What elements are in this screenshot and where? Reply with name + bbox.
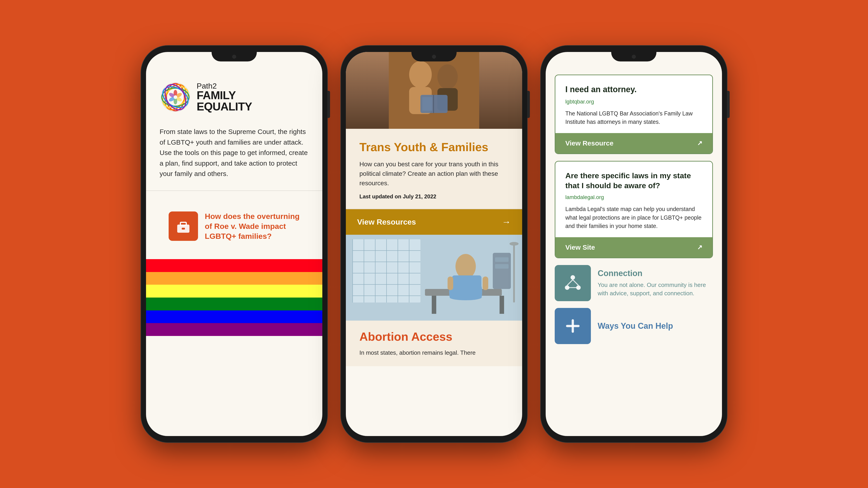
- svg-point-51: [509, 242, 519, 246]
- view-resource-label-1: View Resource: [565, 139, 614, 147]
- connection-title: Connection: [598, 269, 713, 278]
- view-site-button[interactable]: View Site ↗: [555, 237, 712, 258]
- logo-family: FAMILY: [197, 90, 252, 101]
- phones-container: Path2 FAMILY EQUALITY From state laws to…: [0, 0, 868, 488]
- toolbox-icon: [168, 212, 198, 241]
- attorney-card: I need an attorney. lgbtqbar.org The Nat…: [555, 74, 713, 154]
- hero-people-image: [346, 52, 522, 129]
- rainbow-flag-image: [146, 259, 322, 336]
- trans-youth-hero-image: [346, 52, 522, 129]
- logo-equality: EQUALITY: [197, 101, 252, 112]
- abortion-access-image: [346, 235, 522, 321]
- flag-stripe-green: [146, 297, 322, 311]
- svg-rect-16: [180, 222, 186, 225]
- state-laws-title: Are there specific laws in my state that…: [565, 170, 702, 191]
- connection-desc: You are not alone. Our community is here…: [598, 281, 713, 297]
- state-laws-desc: Lambda Legal's state map can help you un…: [565, 205, 702, 230]
- app-logo-icon: [160, 81, 191, 113]
- view-resources-label: View Resources: [357, 218, 416, 226]
- roe-wade-card[interactable]: How does the overturning of Roe v. Wade …: [160, 202, 309, 250]
- svg-point-52: [570, 275, 575, 280]
- phone-notch-right: [611, 52, 656, 61]
- phone-notch-mid: [411, 52, 457, 61]
- ways-icon: [555, 308, 591, 344]
- svg-rect-48: [495, 257, 508, 262]
- svg-rect-17: [182, 228, 185, 230]
- svg-rect-50: [513, 244, 515, 302]
- svg-rect-45: [447, 276, 453, 290]
- phone-mid: Trans Youth & Families How can you best …: [341, 46, 527, 442]
- ways-card[interactable]: Ways You Can Help: [555, 308, 713, 344]
- state-laws-source: lambdalegal.org: [565, 194, 702, 200]
- trans-youth-title: Trans Youth & Families: [360, 140, 508, 154]
- roe-wade-title: How does the overturning of Roe v. Wade …: [205, 211, 300, 241]
- view-resource-button-1[interactable]: View Resource ↗: [555, 133, 712, 153]
- attorney-card-title: I need an attorney.: [565, 84, 702, 95]
- svg-line-55: [567, 280, 573, 285]
- svg-point-14: [174, 95, 177, 99]
- flag-stripes: [146, 259, 322, 336]
- divider: [146, 191, 322, 191]
- abortion-access-title: Abortion Access: [360, 330, 508, 344]
- logo-path2: Path2: [197, 82, 252, 90]
- svg-point-43: [456, 254, 476, 279]
- phone-left: Path2 FAMILY EQUALITY From state laws to…: [141, 46, 327, 442]
- flag-stripe-red: [146, 259, 322, 272]
- phone-screen-mid: Trans Youth & Families How can you best …: [346, 52, 522, 436]
- view-site-label: View Site: [565, 243, 595, 251]
- ways-text: Ways You Can Help: [598, 321, 673, 331]
- connection-card[interactable]: Connection You are not alone. Our commun…: [555, 265, 713, 301]
- svg-rect-26: [389, 52, 479, 129]
- state-laws-card: Are there specific laws in my state that…: [555, 161, 713, 258]
- phone-screen-left: Path2 FAMILY EQUALITY From state laws to…: [146, 52, 322, 436]
- svg-rect-42: [500, 296, 504, 314]
- flag-stripe-orange: [146, 272, 322, 285]
- svg-rect-41: [432, 296, 436, 314]
- attorney-desc: The National LGBTQ Bar Association's Fam…: [565, 109, 702, 126]
- flag-stripe-blue: [146, 311, 322, 323]
- arrow-right-icon: →: [502, 217, 511, 227]
- ways-title: Ways You Can Help: [598, 321, 673, 331]
- trans-youth-date: Last updated on July 21, 2022: [360, 193, 508, 200]
- logo-text: Path2 FAMILY EQUALITY: [197, 82, 252, 112]
- flag-stripe-purple: [146, 323, 322, 336]
- attorney-source: lgbtqbar.org: [565, 98, 702, 105]
- phone-notch-left: [212, 52, 257, 61]
- svg-rect-59: [566, 325, 580, 327]
- phone-screen-right: I need an attorney. lgbtqbar.org The Nat…: [546, 52, 722, 436]
- view-resources-button[interactable]: View Resources →: [346, 209, 522, 235]
- connection-icon: [555, 265, 591, 301]
- trans-youth-desc: How can you best care for your trans you…: [360, 160, 508, 188]
- state-laws-card-body: Are there specific laws in my state that…: [555, 162, 712, 237]
- flag-stripe-yellow: [146, 285, 322, 297]
- abortion-access-card: Abortion Access In most states, abortion…: [346, 321, 522, 366]
- attorney-card-body: I need an attorney. lgbtqbar.org The Nat…: [555, 75, 712, 133]
- external-link-icon-1: ↗: [697, 139, 702, 147]
- svg-line-56: [573, 280, 579, 285]
- connection-text: Connection You are not alone. Our commun…: [598, 269, 713, 297]
- svg-rect-46: [483, 276, 488, 290]
- trans-youth-card: Trans Youth & Families How can you best …: [346, 129, 522, 209]
- left-description: From state laws to the Supreme Court, th…: [160, 127, 309, 179]
- external-link-icon-2: ↗: [697, 243, 702, 251]
- svg-rect-49: [495, 264, 508, 269]
- abortion-access-desc: In most states, abortion remains legal. …: [360, 348, 508, 357]
- phone-right: I need an attorney. lgbtqbar.org The Nat…: [541, 46, 727, 442]
- logo-area: Path2 FAMILY EQUALITY: [160, 81, 309, 113]
